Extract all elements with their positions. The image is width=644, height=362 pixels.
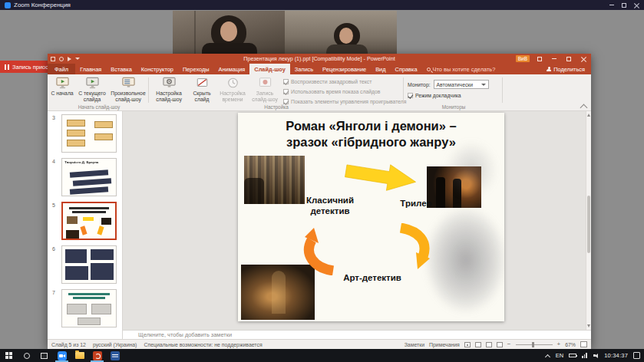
tab-transitions[interactable]: Переходы (178, 64, 214, 74)
slideshow-view-icon[interactable] (497, 342, 503, 347)
account-badge[interactable]: ВиВ (516, 55, 530, 62)
scroll-down-icon[interactable] (587, 324, 590, 327)
share-button[interactable]: Поделиться (540, 64, 591, 74)
thumbnail-title: Творчість Д. Брауна (62, 160, 101, 164)
clock[interactable]: 10:34:37 (604, 352, 628, 359)
tell-me-label: Что вы хотите сделать? (433, 66, 496, 73)
slide-title[interactable]: Роман «Янголи і демони» – зразок «гібрид… (244, 118, 498, 150)
ppt-close-button[interactable] (579, 54, 588, 63)
label-classic-detective[interactable]: Класичний детектив (302, 196, 358, 217)
save-icon[interactable] (51, 57, 55, 61)
customize-qat-icon[interactable] (75, 58, 80, 60)
arrow-curve-down-icon[interactable] (390, 223, 434, 271)
taskbar-file-explorer[interactable] (71, 349, 88, 362)
tab-file[interactable]: Файл (48, 64, 75, 74)
slide-thumbnail-4[interactable]: 4 Творчість Д. Брауна (48, 156, 123, 199)
accessibility-status[interactable]: Специальные возможности: не поддерживает… (144, 342, 262, 347)
speaker-icon[interactable] (593, 353, 599, 358)
tab-design[interactable]: Конструктор (137, 64, 178, 74)
zoom-percent[interactable]: 67% (565, 342, 576, 347)
custom-slideshow-button[interactable]: Произвольное слайд-шоу (110, 76, 147, 107)
slide-thumbnail-6[interactable]: 6 (48, 243, 123, 287)
timings-checkbox-row[interactable]: Использовать время показа слайдов (283, 89, 380, 94)
language-indicator[interactable]: EN (556, 352, 563, 359)
notes-pane[interactable]: Щелкните, чтобы добавить заметки (123, 330, 591, 339)
ribbon-display-options-button[interactable] (535, 54, 544, 63)
collapse-ribbon-button[interactable] (581, 104, 586, 107)
ppt-minimize-button[interactable] (550, 54, 559, 63)
comments-toggle[interactable]: Примечания (429, 342, 460, 347)
start-button[interactable] (0, 349, 18, 362)
hide-slide-button[interactable]: Скрыть слайд (188, 76, 216, 107)
record-slideshow-button[interactable]: Запись слайд-шоу (249, 76, 280, 107)
normal-view-icon[interactable] (464, 342, 471, 347)
task-view-button[interactable] (35, 349, 53, 362)
tab-view[interactable]: Вид (371, 64, 390, 74)
monitor-dropdown[interactable]: Автоматически (434, 80, 489, 89)
scrollbar-thumb[interactable] (587, 196, 590, 253)
arrow-curve-up-icon[interactable] (299, 226, 341, 275)
tell-me-search[interactable]: Что вы хотите сделать? (422, 64, 500, 74)
close-icon (581, 56, 586, 61)
fit-to-window-icon[interactable] (580, 341, 587, 347)
zoom-in-icon[interactable]: + (557, 341, 561, 347)
person-icon (547, 67, 551, 71)
start-slideshow-icon[interactable] (68, 57, 71, 61)
scroll-up-icon[interactable] (587, 114, 590, 117)
label-thriller[interactable]: Трилер (395, 199, 438, 209)
slide-sorter-view-icon[interactable] (475, 342, 481, 347)
tab-animations[interactable]: Анимация (214, 64, 250, 74)
notification-center-icon[interactable] (633, 352, 640, 359)
notes-placeholder: Щелкните, чтобы добавить заметки (138, 331, 232, 338)
notes-toggle[interactable]: Заметки (405, 342, 424, 347)
monitor-play-icon (85, 77, 100, 89)
library-photo[interactable] (244, 156, 305, 204)
monitor-list-icon (121, 77, 136, 89)
tab-home[interactable]: Главная (75, 64, 106, 74)
arrow-right-icon[interactable] (342, 156, 419, 199)
taskbar-zoom-app[interactable] (53, 349, 71, 362)
presenter-view-checkbox-row[interactable]: Режим докладчика (408, 93, 461, 98)
group-separator (502, 77, 503, 103)
zoom-out-icon[interactable]: − (507, 341, 511, 347)
rehearse-timings-button[interactable]: Настройка времени (217, 76, 248, 107)
participant-2-face (339, 28, 353, 44)
from-beginning-button[interactable]: С начала (51, 76, 74, 107)
powerpoint-icon (93, 351, 102, 360)
hidden-icons-chevron-icon[interactable] (546, 354, 550, 358)
zoom-window-controls (609, 2, 639, 8)
close-icon[interactable] (634, 2, 639, 8)
language-status[interactable]: русский (Украина) (93, 342, 137, 347)
battery-icon[interactable] (569, 354, 576, 357)
label-art-detective[interactable]: Арт-детектив (335, 273, 410, 284)
network-signal-icon[interactable] (582, 353, 588, 358)
taskbar-powerpoint[interactable] (88, 349, 106, 362)
minimize-icon[interactable] (609, 5, 614, 5)
slide-thumbnail-7[interactable]: 7 (48, 287, 123, 331)
current-slide-canvas[interactable]: Роман «Янголи і демони» – зразок «гібрид… (238, 113, 504, 321)
participant-video-1[interactable] (173, 11, 285, 58)
chevron-down-icon (481, 84, 486, 86)
tab-help[interactable]: Справка (391, 64, 422, 74)
slide-thumbnail-3[interactable]: 3 (48, 112, 123, 156)
tab-record[interactable]: Запись (290, 64, 318, 74)
reading-view-icon[interactable] (486, 342, 492, 347)
media-controls-checkbox-row[interactable]: Показать элементы управления проигрывате… (283, 99, 406, 104)
zoom-slider-knob[interactable] (532, 342, 534, 347)
narration-checkbox-row[interactable]: Воспроизвести закадровый текст (283, 79, 372, 84)
tab-slideshow[interactable]: Слайд-шоу (249, 64, 290, 74)
slide-thumbnail-5-selected[interactable]: 5 (48, 199, 123, 243)
participant-video-2[interactable] (285, 11, 397, 58)
ppt-restore-button[interactable] (564, 54, 573, 63)
zoom-slider[interactable] (516, 344, 553, 345)
vertical-scrollbar[interactable] (586, 111, 591, 330)
restore-icon[interactable] (622, 3, 626, 8)
powerpoint-titlebar: Презентация лекур (1).ppt [Compatibility… (48, 54, 591, 64)
setup-slideshow-button[interactable]: Настройка слайд-шоу (151, 76, 187, 107)
taskbar-word[interactable] (106, 349, 124, 362)
search-button[interactable] (18, 349, 35, 362)
tab-review[interactable]: Рецензирование (318, 64, 371, 74)
undo-icon[interactable] (59, 57, 64, 61)
tab-insert[interactable]: Вставка (106, 64, 136, 74)
from-current-slide-button[interactable]: С текущего слайда (76, 76, 108, 107)
